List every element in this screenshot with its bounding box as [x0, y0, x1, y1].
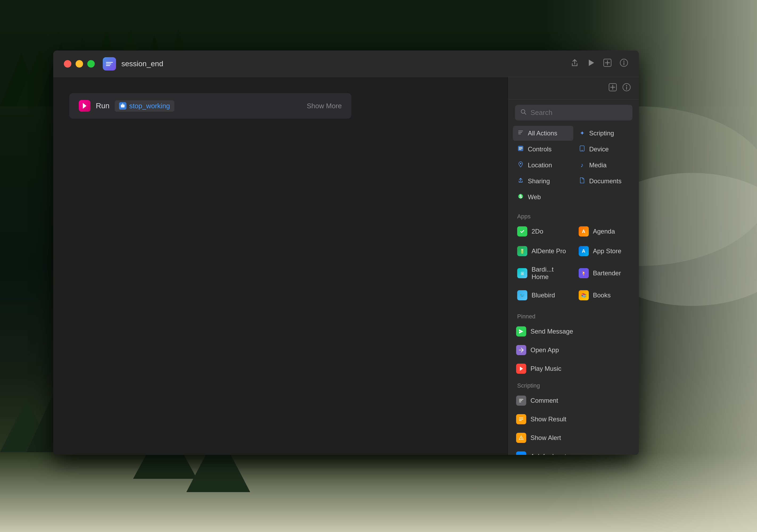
category-location[interactable]: Location [513, 158, 573, 173]
pinned-section-header: Pinned [512, 309, 636, 322]
category-web[interactable]: Web [513, 190, 573, 205]
action-aldente-label: AlDente Pro [531, 247, 566, 255]
main-canvas: Run stop_working Show More [53, 77, 508, 455]
sidebar-info-button[interactable] [622, 83, 631, 93]
svg-marker-50 [520, 367, 523, 371]
action-2do[interactable]: 2Do [513, 222, 573, 241]
svg-rect-47 [581, 150, 583, 151]
apps-section-header: Apps [512, 209, 636, 222]
add-panel-button[interactable] [603, 59, 612, 69]
share-button[interactable] [571, 59, 579, 69]
category-location-label: Location [528, 161, 552, 169]
action-appstore[interactable]: A App Store [574, 242, 635, 261]
minimize-button[interactable] [76, 60, 83, 68]
action-show-alert[interactable]: Show Alert [512, 429, 636, 447]
action-show-result[interactable]: Show Result [512, 410, 636, 429]
svg-rect-44 [519, 148, 523, 149]
shortcut-param[interactable]: stop_working [115, 100, 174, 112]
svg-rect-18 [106, 62, 113, 63]
category-scripting-label: Scripting [589, 129, 614, 137]
show-more-button[interactable]: Show More [307, 102, 342, 110]
action-bardit[interactable]: ⊞ Bardi...t Home [513, 262, 573, 285]
bardit-icon: ⊞ [517, 268, 527, 278]
shortcut-run-label: Run [96, 101, 109, 110]
action-books-label: Books [593, 292, 611, 299]
action-agenda-label: Agenda [593, 228, 615, 235]
action-play-music[interactable]: Play Music [512, 359, 636, 378]
documents-icon [579, 178, 586, 185]
action-send-message-label: Send Message [530, 328, 573, 335]
svg-point-48 [520, 163, 522, 164]
category-scripting[interactable]: ✦ Scripting [574, 126, 635, 141]
action-books[interactable]: 📚 Books [574, 286, 635, 305]
2do-icon [517, 226, 527, 237]
category-device-label: Device [589, 146, 609, 153]
action-bartender[interactable]: 🍹 Bartender [574, 262, 635, 285]
category-media[interactable]: ♪ Media [574, 158, 635, 173]
svg-line-38 [525, 113, 526, 114]
action-comment[interactable]: Comment [512, 391, 636, 410]
aldente-icon: 🔋 [517, 246, 527, 256]
info-button[interactable] [620, 59, 628, 69]
sidebar-add-button[interactable] [609, 83, 617, 93]
action-open-app-label: Open App [530, 346, 559, 354]
search-input[interactable] [530, 108, 627, 117]
svg-rect-51 [519, 399, 523, 400]
svg-point-26 [623, 61, 624, 62]
sidebar-scroll[interactable]: All Actions ✦ Scripting [509, 126, 639, 455]
action-send-message[interactable]: Send Message [512, 322, 636, 341]
device-icon [579, 146, 586, 153]
category-device[interactable]: Device [574, 142, 635, 157]
run-button[interactable] [587, 59, 595, 69]
search-icon [520, 109, 527, 117]
window-content: Run stop_working Show More [53, 77, 639, 455]
svg-rect-55 [519, 419, 523, 419]
category-all-actions-label: All Actions [528, 129, 558, 137]
svg-rect-45 [519, 149, 522, 150]
category-documents-label: Documents [589, 178, 621, 185]
svg-rect-52 [519, 400, 522, 401]
bartender-icon: 🍹 [579, 268, 589, 278]
svg-point-30 [122, 103, 123, 104]
category-all-actions[interactable]: All Actions [513, 126, 573, 141]
action-comment-label: Comment [530, 397, 558, 404]
apps-grid: 2Do A Agenda 🔋 AlDente Pro [512, 222, 636, 305]
title-bar: session_end [53, 50, 639, 77]
ask-input-icon [516, 451, 526, 455]
svg-rect-20 [106, 65, 110, 66]
all-actions-icon [517, 129, 524, 137]
window-title: session_end [121, 60, 163, 68]
action-aldente[interactable]: 🔋 AlDente Pro [513, 242, 573, 261]
app-icon [103, 57, 116, 70]
param-value: stop_working [129, 102, 170, 110]
action-open-app[interactable]: Open App [512, 341, 636, 359]
maximize-button[interactable] [87, 60, 95, 68]
agenda-icon: A [579, 226, 589, 237]
show-result-icon [516, 414, 526, 424]
traffic-lights [64, 60, 95, 68]
close-button[interactable] [64, 60, 71, 68]
shortcut-row: Run stop_working Show More [69, 93, 351, 119]
category-sharing[interactable]: Sharing [513, 174, 573, 189]
svg-rect-53 [519, 402, 521, 402]
main-window: session_end [53, 50, 639, 455]
action-bluebird-label: Bluebird [531, 292, 555, 299]
svg-rect-39 [518, 130, 523, 131]
scripting-section-header: Scripting [512, 378, 636, 391]
svg-point-35 [626, 85, 627, 86]
svg-rect-43 [519, 147, 523, 148]
category-controls[interactable]: Controls [513, 142, 573, 157]
action-agenda[interactable]: A Agenda [574, 222, 635, 241]
param-icon [119, 102, 126, 110]
category-documents[interactable]: Documents [574, 174, 635, 189]
action-ask-input[interactable]: Ask for Input [512, 447, 636, 455]
action-bluebird[interactable]: 🐦 Bluebird [513, 286, 573, 305]
category-media-label: Media [589, 161, 607, 169]
action-appstore-label: App Store [593, 247, 621, 255]
search-bar[interactable] [515, 105, 632, 121]
title-bar-actions [571, 59, 628, 69]
action-play-music-label: Play Music [530, 365, 561, 372]
sidebar: All Actions ✦ Scripting [508, 77, 639, 455]
location-icon [517, 161, 524, 169]
controls-icon [517, 146, 524, 153]
